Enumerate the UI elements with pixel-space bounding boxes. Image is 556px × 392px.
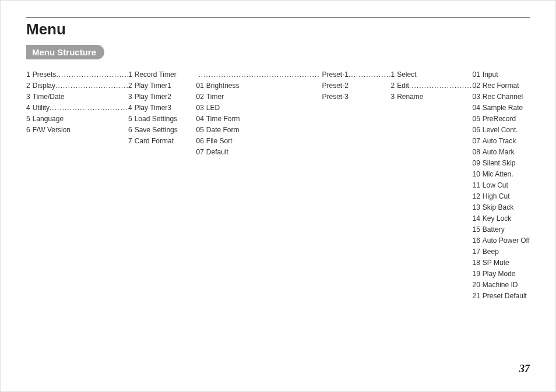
item-label: File Sort xyxy=(206,136,233,147)
menu-item: 06Level Cont. xyxy=(472,125,530,136)
item-label: Language xyxy=(33,114,64,125)
column-2: 1Record Timer2Play Timer13Play Timer24Pl… xyxy=(128,69,196,302)
menu-item: 2Edit ..................................… xyxy=(390,80,472,91)
item-label: PreRecord xyxy=(483,114,516,125)
menu-item: 6Save Settings xyxy=(128,125,196,136)
item-label: Key Lock xyxy=(483,213,511,224)
item-number: 1 xyxy=(26,69,33,80)
item-label: Battery xyxy=(483,224,505,235)
item-number: 5 xyxy=(26,114,33,125)
menu-item: 05Date Form xyxy=(196,125,319,136)
item-label: Preset-1 xyxy=(322,69,348,80)
item-number: 21 xyxy=(472,291,482,302)
item-label: Play Mode xyxy=(483,269,516,280)
item-label: Record Timer xyxy=(135,69,177,80)
menu-item: Preset-1 ...............................… xyxy=(319,69,390,80)
menu-item: 11Low Cut xyxy=(472,180,530,191)
item-label: Sample Rate xyxy=(483,103,523,114)
item-label: Preset-2 xyxy=(322,80,348,91)
divider xyxy=(26,17,530,17)
item-number: 15 xyxy=(472,224,482,235)
item-label: Display xyxy=(33,80,55,91)
item-label: Save Settings xyxy=(135,125,178,136)
item-number: 06 xyxy=(196,136,206,147)
item-label: Preset-3 xyxy=(322,91,348,103)
menu-item: 20Machine ID xyxy=(472,280,530,291)
item-number: 20 xyxy=(472,280,482,291)
item-label: Time/Date xyxy=(33,91,65,103)
item-number: 08 xyxy=(472,147,482,158)
menu-item: 7Card Format xyxy=(128,136,196,147)
item-label: SP Mute xyxy=(483,257,509,269)
menu-item: 19Play Mode xyxy=(472,269,530,280)
item-number: 18 xyxy=(472,257,482,269)
menu-item: 14Key Lock xyxy=(472,213,530,224)
menu-item: 4Play Timer3 xyxy=(128,103,196,114)
item-label: Date Form xyxy=(206,125,240,136)
menu-item: 08Auto Mark xyxy=(472,147,530,158)
menu-item: 03Rec Channel xyxy=(472,91,530,103)
item-number: 03 xyxy=(472,91,482,103)
menu-item: 01Input xyxy=(472,69,530,80)
column-6: 01Input02Rec Format03Rec Channel04Sample… xyxy=(472,69,530,302)
item-number: 2 xyxy=(128,80,135,91)
page-title: Menu xyxy=(26,20,66,38)
menu-item: 3Rename xyxy=(390,91,472,103)
item-label: Auto Power Off xyxy=(483,235,530,246)
menu-item: 2Play Timer1 xyxy=(128,80,196,91)
menu-item: 10Mic Atten. xyxy=(472,169,530,180)
menu-item: 02Timer xyxy=(196,91,319,103)
menu-item: 15Battery xyxy=(472,224,530,235)
page-number: 37 xyxy=(519,363,530,375)
menu-item: 21Preset Default xyxy=(472,291,530,302)
menu-columns: 1Presets ...............................… xyxy=(26,69,530,302)
item-number: 02 xyxy=(196,91,206,103)
menu-item: 09Silent Skip xyxy=(472,158,530,169)
menu-item: 05PreRecord xyxy=(472,114,530,125)
item-label: Select xyxy=(397,69,416,80)
item-label: Play Timer1 xyxy=(135,80,171,91)
item-number: 1 xyxy=(128,69,135,80)
menu-item: Preset-2 xyxy=(319,80,390,91)
item-label: Mic Atten. xyxy=(483,169,513,180)
item-label: Level Cont. xyxy=(483,125,518,136)
menu-item: 04Sample Rate xyxy=(472,103,530,114)
item-label: Brightness xyxy=(206,80,240,91)
menu-item: 12High Cut xyxy=(472,191,530,202)
item-number: 09 xyxy=(472,158,482,169)
menu-item: 2Display ...............................… xyxy=(26,80,128,91)
item-number: 11 xyxy=(472,180,482,191)
item-number: 07 xyxy=(472,136,482,147)
menu-item: 3Play Timer2 xyxy=(128,91,196,103)
item-number: 14 xyxy=(472,213,482,224)
leader-dots: ........................................… xyxy=(349,69,391,80)
menu-item: 06File Sort xyxy=(196,136,319,147)
item-number: 1 xyxy=(390,69,397,80)
menu-item: 4Utility ...............................… xyxy=(26,103,128,114)
column-4: Preset-1 ...............................… xyxy=(319,69,390,302)
menu-item: 1Select xyxy=(390,69,472,80)
item-number: 4 xyxy=(128,103,135,114)
menu-item: 18SP Mute xyxy=(472,257,530,269)
item-number: 7 xyxy=(128,136,135,147)
menu-item: 13Skip Back xyxy=(472,202,530,213)
leader-dots: ........................................… xyxy=(50,103,128,114)
item-label: Play Timer3 xyxy=(135,103,171,114)
item-number: 5 xyxy=(128,114,135,125)
column-3: ........................................… xyxy=(196,69,319,302)
item-label: Load Settings xyxy=(135,114,177,125)
menu-item: 5Language xyxy=(26,114,128,125)
item-label: Utility xyxy=(33,103,50,114)
menu-item: 02Rec Format xyxy=(472,80,530,91)
leader-dots: ........................................… xyxy=(409,80,473,91)
item-label: Preset Default xyxy=(483,291,527,302)
item-number: 12 xyxy=(472,191,482,202)
menu-item: 04Time Form xyxy=(196,114,319,125)
item-number: 4 xyxy=(26,103,33,114)
leader-dots: ........................................… xyxy=(56,69,128,80)
menu-item: 07Default xyxy=(196,147,319,158)
item-number: 19 xyxy=(472,269,482,280)
item-number: 04 xyxy=(196,114,206,125)
item-number: 05 xyxy=(196,125,206,136)
item-number: 01 xyxy=(196,80,206,91)
